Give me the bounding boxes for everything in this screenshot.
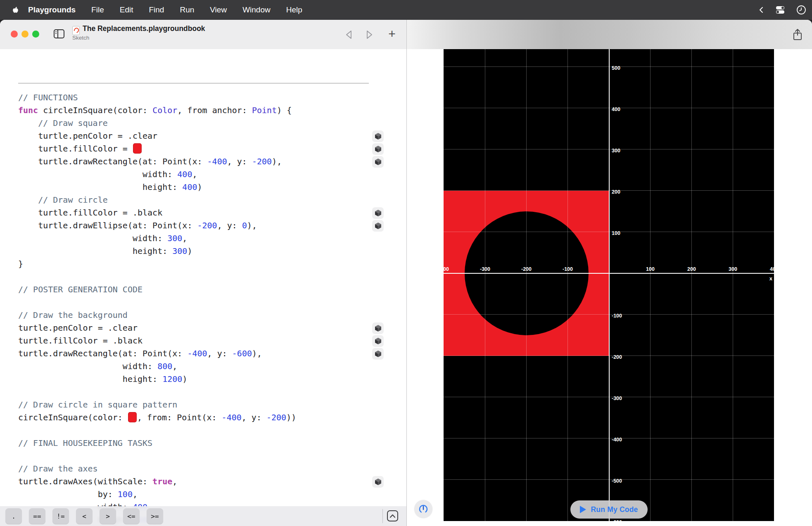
code-line[interactable]: // FUNCTIONS [18,91,78,104]
code-line[interactable]: turtle.penColor = .clear [18,130,157,142]
code-line[interactable]: // Draw circle [18,194,108,206]
shortcut-key-button[interactable]: != [52,508,69,524]
x-tick-label: 200 [679,266,704,272]
liveview-toolbar [406,20,812,49]
forward-button[interactable] [363,29,375,40]
menu-item-view[interactable]: View [210,5,227,14]
color-literal-swatch[interactable] [133,143,142,154]
code-line[interactable]: func circleInSquare(color: Color, from a… [18,104,292,117]
zoom-button[interactable] [32,31,39,38]
x-tick-label: 300 [721,266,746,272]
code-line[interactable]: // Draw the axes [18,462,98,475]
menu-bar-status-items [758,0,806,20]
code-line[interactable]: turtle.drawRectangle(at: Point(x: -400, … [18,155,282,168]
code-editor[interactable]: // FUNCTIONSfunc circleInSquare(color: C… [0,49,406,526]
result-cube-button[interactable] [372,322,384,334]
shortcut-key-button[interactable]: <= [123,508,140,524]
run-speed-button[interactable] [414,500,432,518]
turtle-canvas: -400-300-200-100100200300400500400300200… [444,49,774,521]
code-line[interactable]: turtle.penColor = .clear [18,322,138,334]
y-tick-label: -200 [612,354,622,360]
code-line[interactable]: by: 100, [18,488,138,501]
menu-item-edit[interactable]: Edit [120,5,133,14]
code-line[interactable]: // Draw the background [18,309,128,322]
result-cube-button[interactable] [372,156,384,168]
menu-item-playgrounds[interactable]: Playgrounds [28,5,76,14]
back-button[interactable] [343,29,355,40]
back-icon [344,30,354,40]
y-tick-label: -100 [612,313,622,319]
menu-item-help[interactable]: Help [286,5,302,14]
menu-item-find[interactable]: Find [149,5,164,14]
code-line[interactable]: height: 400) [18,181,202,194]
y-tick-label: -400 [612,437,622,443]
x-tick-label: -300 [473,266,498,272]
gridline-vertical [650,49,651,521]
gridline-vertical [526,49,527,521]
result-cube-button[interactable] [372,476,384,488]
menu-item-run[interactable]: Run [180,5,194,14]
code-line[interactable]: turtle.drawEllipse(at: Point(x: -200, y:… [18,219,257,232]
code-line[interactable]: turtle.fillColor = .black [18,206,162,219]
menu-items: PlaygroundsFileEditFindRunViewWindowHelp [28,5,302,14]
code-line[interactable]: height: 300) [18,245,192,258]
code-line[interactable]: // POSTER GENERATION CODE [18,283,142,296]
shortcut-key-button[interactable]: > [100,508,116,524]
code-line[interactable]: turtle.drawRectangle(at: Point(x: -400, … [18,347,262,360]
y-tick-label: 300 [612,148,620,154]
result-cube-button[interactable] [372,220,384,232]
code-line[interactable]: // Draw square [18,117,108,130]
apple-icon [12,6,19,14]
shortcut-key-button[interactable]: >= [147,508,163,524]
code-line[interactable]: turtle.fillColor = .black [18,334,142,347]
code-line[interactable]: // Draw circle in square pattern [18,398,177,411]
speed-gauge-icon [418,504,429,514]
add-page-button[interactable]: + [386,26,398,41]
key-buttons: .==!=<><=>= [0,508,170,524]
sidebar-toggle-button[interactable] [53,29,65,39]
forward-icon [365,30,374,40]
close-button[interactable] [11,31,18,38]
shortcut-bar: .==!=<><=>= [0,506,406,526]
menu-item-window[interactable]: Window [242,5,271,14]
shortcut-key-button[interactable]: . [5,508,22,524]
result-cube-button[interactable] [372,348,384,360]
share-button[interactable] [791,28,804,41]
apple-menu[interactable] [6,6,25,14]
code-line[interactable]: turtle.drawAxes(withScale: true, [18,475,177,488]
code-line[interactable]: turtle.fillColor = [18,142,142,155]
result-cube-button[interactable] [372,130,384,142]
code-line[interactable]: height: 1200) [18,373,187,386]
dismiss-keyboard-button[interactable] [387,510,398,521]
clock-icon[interactable] [796,5,806,15]
y-tick-label: 500 [612,65,620,71]
color-literal-swatch[interactable] [128,412,137,422]
sidebar-icon [53,29,65,39]
code-line[interactable]: circleInSquare(color: , from: Point(x: -… [18,411,296,424]
page-separator [18,83,369,83]
code-line[interactable]: // FINAL HOUSEKEEPING TASKS [18,437,152,450]
result-cube-button[interactable] [372,335,384,347]
shortcut-key-button[interactable]: == [29,508,45,524]
playgroundbook-icon [72,26,80,35]
code-line[interactable]: } [18,258,23,270]
code-line[interactable]: width: 300, [18,232,187,245]
run-my-code-button[interactable]: Run My Code [570,500,648,519]
result-cube-button[interactable] [372,207,384,219]
chevron-left-icon[interactable] [758,6,764,14]
minimize-button[interactable] [21,31,28,38]
gridline-vertical [485,49,485,521]
code-line[interactable]: width: 800, [18,360,177,373]
run-button-label: Run My Code [591,505,638,514]
code-line[interactable]: width: 400, [18,168,197,181]
cube-icon [375,222,382,230]
shortcut-bar-divider [382,509,383,523]
control-center-icon[interactable] [775,5,786,14]
screen: { "menu_bar": { "items": ["Playgrounds",… [0,0,812,526]
x-tick-label: 400 [762,266,774,272]
x-tick-label: -400 [444,266,456,272]
result-cube-button[interactable] [372,143,384,155]
shortcut-key-button[interactable]: < [76,508,93,524]
gridline-vertical [567,49,568,521]
menu-item-file[interactable]: File [91,5,104,14]
